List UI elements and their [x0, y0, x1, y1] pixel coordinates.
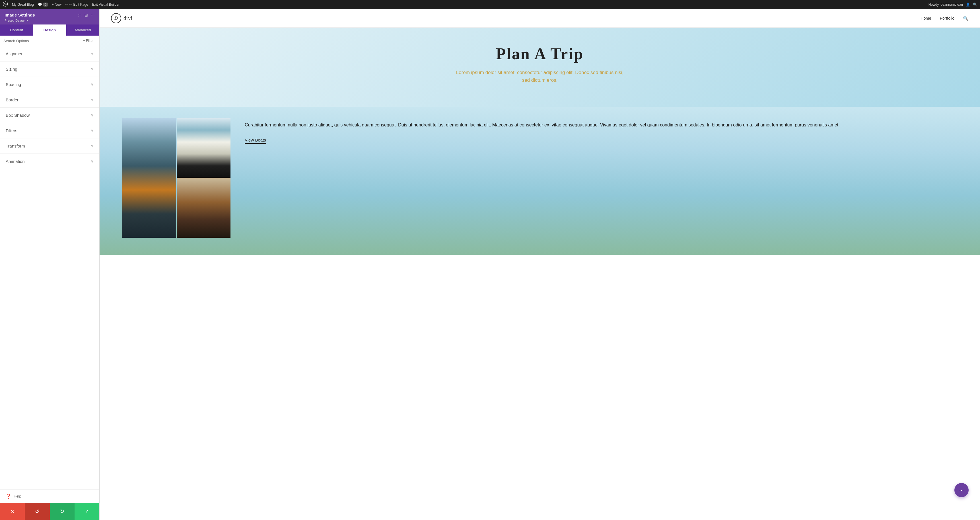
svg-text:W: W	[4, 3, 8, 6]
save-icon: ✓	[85, 508, 89, 515]
view-boats-link[interactable]: View Boats	[245, 137, 266, 144]
site-logo: D divi	[111, 13, 133, 23]
search-icon[interactable]: 🔍	[973, 3, 977, 6]
fab-dots-icon: ···	[959, 487, 964, 493]
settings-item-filters[interactable]: Filters ∨	[0, 123, 99, 139]
preset-chevron-icon: ▾	[27, 19, 28, 22]
chevron-down-icon: ∨	[91, 98, 94, 102]
boat-image-bottom-right	[177, 178, 231, 238]
nav-home-link[interactable]: Home	[921, 16, 931, 21]
panel-preset[interactable]: Preset: Default ▾	[5, 19, 95, 22]
cancel-button[interactable]: ✕	[0, 503, 25, 520]
chevron-down-icon: ∨	[91, 82, 94, 86]
content-description: Curabitur fermentum nulla non justo aliq…	[245, 121, 957, 129]
site-search-icon[interactable]: 🔍	[963, 16, 969, 21]
content-section: Curabitur fermentum nulla non justo aliq…	[100, 107, 980, 255]
logo-d: D	[111, 13, 121, 23]
panel-header: Image Settings ⬚ ⊞ ⋯ Preset: Default ▾	[0, 9, 99, 24]
preview-area: D divi Home Portfolio 🔍 Plan a Trip Lore…	[100, 9, 980, 520]
boat-image-left	[123, 118, 176, 238]
settings-item-alignment[interactable]: Alignment ∨	[0, 46, 99, 62]
floating-action-button[interactable]: ···	[955, 483, 969, 497]
undo-button[interactable]: ↺	[25, 503, 49, 520]
hero-subtitle: Lorem ipsum dolor sit amet, consectetur …	[455, 69, 625, 84]
exit-visual-builder-link[interactable]: Exit Visual Builder	[92, 3, 120, 6]
panel-tabs: Content Design Advanced	[0, 24, 99, 36]
action-bar: ✕ ↺ ↻ ✓	[0, 503, 99, 520]
cancel-icon: ✕	[10, 508, 14, 515]
settings-item-sizing[interactable]: Sizing ∨	[0, 62, 99, 77]
comment-icon: 💬	[38, 3, 42, 6]
hero-title: Plan a Trip	[111, 45, 969, 63]
help-label[interactable]: Help	[14, 494, 21, 498]
nav-portfolio-link[interactable]: Portfolio	[940, 16, 955, 21]
panel-footer: ❓ Help	[0, 489, 99, 503]
chevron-down-icon: ∨	[91, 144, 94, 148]
undo-icon: ↺	[35, 508, 39, 515]
chevron-down-icon: ∨	[91, 67, 94, 71]
comments-link[interactable]: 💬 0	[38, 3, 48, 6]
boat-bottom-bg	[177, 178, 231, 238]
more-options-icon[interactable]: ⋯	[91, 13, 95, 18]
save-button[interactable]: ✓	[75, 503, 99, 520]
comment-count: 0	[43, 3, 48, 6]
panel-title: Image Settings	[5, 13, 35, 18]
hero-section: Plan a Trip Lorem ipsum dolor sit amet, …	[100, 28, 980, 107]
tab-design[interactable]: Design	[33, 24, 66, 36]
chevron-down-icon: ∨	[91, 128, 94, 133]
chevron-down-icon: ∨	[91, 159, 94, 163]
settings-item-animation[interactable]: Animation ∨	[0, 154, 99, 169]
wp-logo-icon[interactable]: W	[3, 2, 8, 8]
boat-right-bg	[177, 118, 231, 178]
tab-advanced[interactable]: Advanced	[66, 24, 99, 36]
panel-header-icons: ⬚ ⊞ ⋯	[78, 13, 95, 18]
edit-page-link[interactable]: ✏ ✏ Edit Page	[65, 3, 88, 6]
logo-text: divi	[124, 15, 133, 21]
filter-button[interactable]: + Filter	[81, 38, 96, 43]
boat-image-top-right	[177, 118, 231, 178]
search-bar: + Filter	[0, 36, 99, 46]
user-icon: 👤	[966, 3, 970, 6]
wp-admin-bar: W My Great Blog 💬 0 + New ✏ ✏ Edit Page …	[0, 0, 980, 9]
settings-item-border[interactable]: Border ∨	[0, 92, 99, 108]
new-link[interactable]: + New	[52, 3, 62, 6]
chevron-down-icon: ∨	[91, 113, 94, 117]
settings-item-transform[interactable]: Transform ∨	[0, 139, 99, 154]
settings-item-box-shadow[interactable]: Box Shadow ∨	[0, 108, 99, 123]
edit-icon: ✏	[65, 3, 68, 6]
site-nav: D divi Home Portfolio 🔍	[100, 9, 980, 28]
boat-left-bg	[123, 118, 176, 238]
howdy-text: Howdy, deannamclean	[929, 3, 963, 6]
columns-icon[interactable]: ⊞	[84, 13, 88, 18]
main-layout: Image Settings ⬚ ⊞ ⋯ Preset: Default ▾ C…	[0, 9, 980, 520]
settings-list: Alignment ∨ Sizing ∨ Spacing ∨ Border ∨ …	[0, 46, 99, 489]
help-circle-icon[interactable]: ❓	[6, 493, 11, 499]
site-nav-links: Home Portfolio 🔍	[921, 16, 969, 21]
content-text: Curabitur fermentum nulla non justo aliq…	[245, 118, 957, 144]
redo-button[interactable]: ↻	[50, 503, 75, 520]
screenshot-icon[interactable]: ⬚	[78, 13, 82, 18]
chevron-down-icon: ∨	[91, 51, 94, 56]
tab-content[interactable]: Content	[0, 24, 33, 36]
left-panel: Image Settings ⬚ ⊞ ⋯ Preset: Default ▾ C…	[0, 9, 100, 520]
site-name-link[interactable]: My Great Blog	[12, 3, 34, 6]
image-collage	[123, 118, 231, 238]
search-options-input[interactable]	[3, 39, 78, 43]
settings-item-spacing[interactable]: Spacing ∨	[0, 77, 99, 92]
image-grid	[123, 118, 231, 238]
redo-icon: ↻	[60, 508, 64, 515]
